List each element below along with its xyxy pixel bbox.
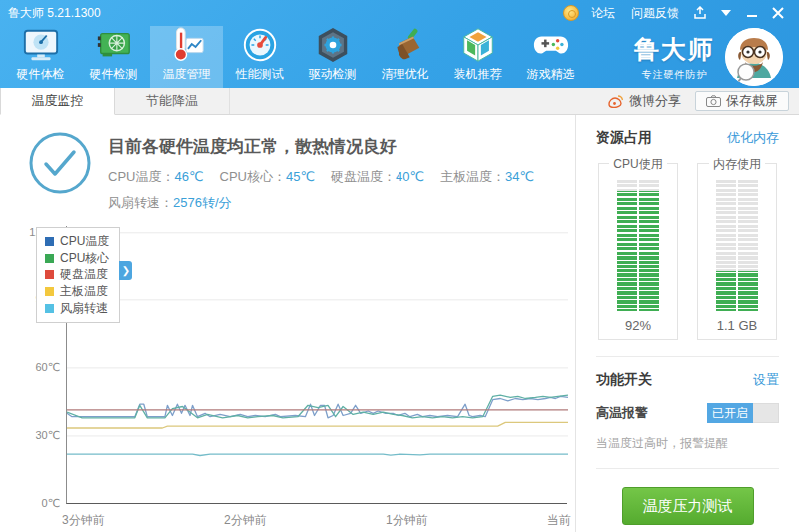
- share-upload-icon[interactable]: [687, 3, 713, 23]
- gauge-label: 内存使用: [698, 156, 776, 173]
- legend-swatch: [45, 237, 54, 246]
- fan-speed-line: 风扇转速：2576转/分: [108, 194, 550, 212]
- legend-label: CPU核心: [60, 250, 109, 266]
- resource-gauge: CPU使用92%: [598, 163, 678, 340]
- gauge-value: 92%: [599, 318, 677, 333]
- toolbar-item-driver[interactable]: 驱动检测: [296, 26, 369, 88]
- monitor-gauge-icon: [22, 26, 60, 64]
- thermometer-chart-icon: [168, 26, 206, 64]
- tab-temperature-monitor[interactable]: 温度监控: [0, 88, 115, 115]
- titlebar: 鲁大师 5.21.1300 论坛 问题反馈: [0, 0, 799, 26]
- resource-gauges: CPU使用92%内存使用1.1 GB: [596, 163, 779, 340]
- weibo-share-link[interactable]: 微博分享: [608, 88, 681, 114]
- alarm-label: 高温报警: [596, 404, 648, 422]
- app-header: 鲁大师 5.21.1300 论坛 问题反馈 硬件体检: [0, 0, 799, 88]
- resource-gauge: 内存使用1.1 GB: [697, 163, 777, 340]
- toolbar-item-label: 游戏精选: [527, 66, 575, 83]
- switches-section-header: 功能开关 设置: [596, 371, 779, 389]
- series-line-CPU核心: [67, 395, 568, 418]
- alarm-toggle-track: [753, 403, 779, 423]
- legend-item[interactable]: 硬盘温度: [45, 266, 109, 283]
- tabbar-spacer: [230, 88, 608, 114]
- sidebar-divider: [596, 356, 779, 357]
- main-panel: 目前各硬件温度均正常，散热情况良好 CPU温度：46℃CPU核心：45℃硬盘温度…: [0, 115, 576, 532]
- legend-collapse-arrow[interactable]: ❯: [119, 261, 132, 280]
- window-title: 鲁大师 5.21.1300: [8, 5, 101, 22]
- toolbar-item-hardware-detect[interactable]: 硬件检测: [77, 26, 150, 88]
- gauge-bars: [716, 180, 758, 311]
- gamepad-icon: [532, 26, 570, 64]
- forum-link[interactable]: 论坛: [591, 5, 615, 22]
- resource-section-header: 资源占用 优化内存: [596, 129, 779, 147]
- x-tick-label: 当前: [547, 512, 571, 529]
- temp-metrics: CPU温度：46℃CPU核心：45℃硬盘温度：40℃主板温度：34℃: [108, 168, 550, 186]
- alarm-toggle-state: 已开启: [707, 403, 753, 423]
- sidebar-divider: [596, 468, 779, 469]
- brand-name: 鲁大师: [634, 33, 715, 66]
- y-tick-label: 30℃: [28, 429, 60, 442]
- gauge-bars: [617, 180, 659, 311]
- x-tick-label: 2分钟前: [224, 512, 267, 529]
- y-tick-label: 0℃: [28, 497, 60, 510]
- caret-down-icon[interactable]: [713, 3, 739, 23]
- cube-icon: [459, 26, 497, 64]
- toolbar-item-hardware-checkup[interactable]: 硬件体检: [4, 26, 77, 88]
- legend-item[interactable]: CPU核心: [45, 250, 109, 266]
- toolbar-item-games[interactable]: 游戏精选: [514, 26, 587, 88]
- alarm-toggle[interactable]: 已开启: [707, 403, 779, 423]
- save-screenshot-button[interactable]: 保存截屏: [695, 91, 789, 111]
- x-tick-label: 3分钟前: [62, 512, 105, 529]
- app-window: 鲁大师 5.21.1300 论坛 问题反馈 硬件体检: [0, 0, 799, 532]
- toolbar-item-performance[interactable]: 性能测试: [223, 26, 296, 88]
- minimize-button[interactable]: [739, 3, 765, 23]
- save-screenshot-label: 保存截屏: [726, 92, 778, 110]
- toolbar-item-label: 温度管理: [163, 66, 211, 83]
- broom-icon: [387, 26, 424, 64]
- optimize-memory-link[interactable]: 优化内存: [727, 129, 779, 147]
- toolbar-item-temperature[interactable]: 温度管理: [150, 26, 223, 88]
- chart-legend: ❯ CPU温度CPU核心硬盘温度主板温度风扇转速: [36, 227, 120, 323]
- toolbar-item-build-recommend[interactable]: 装机推荐: [441, 26, 514, 88]
- x-axis-labels: 3分钟前2分钟前1分钟前当前: [62, 512, 571, 529]
- toolbar-item-label: 驱动检测: [309, 66, 357, 83]
- gauge-label: CPU使用: [599, 156, 677, 173]
- toolbar: 硬件体检 硬件检测 温度管理 性能测试: [0, 26, 799, 88]
- check-circle-icon: [28, 131, 92, 199]
- sidebar: 资源占用 优化内存 CPU使用92%内存使用1.1 GB 功能开关 设置 高温报…: [576, 115, 799, 532]
- temp-metric: 主板温度：34℃: [440, 169, 534, 184]
- close-button[interactable]: [765, 3, 791, 23]
- temp-metric: CPU温度：46℃: [108, 169, 204, 184]
- brand-text: 鲁大师 专注硬件防护: [634, 33, 715, 82]
- legend-swatch: [45, 270, 54, 279]
- chart-plot-area: [66, 226, 567, 504]
- alarm-switch-row: 高温报警 已开启: [596, 403, 779, 423]
- legend-label: 主板温度: [60, 283, 108, 300]
- speedometer-icon: [241, 26, 279, 64]
- series-line-风扇转速: [67, 454, 568, 455]
- gear-hexagon-icon: [314, 26, 352, 64]
- toolbar-item-cleanup[interactable]: 清理优化: [369, 26, 441, 88]
- feedback-link[interactable]: 问题反馈: [631, 5, 679, 22]
- legend-item[interactable]: 风扇转速: [45, 300, 109, 317]
- y-tick-label: 60℃: [28, 361, 60, 374]
- camera-icon: [706, 95, 721, 107]
- tabbar: 温度监控 节能降温 微博分享 保存截屏: [0, 88, 799, 115]
- temp-metric: 硬盘温度：40℃: [331, 169, 424, 184]
- toolbar-item-label: 硬件检测: [90, 66, 138, 83]
- weibo-share-label: 微博分享: [629, 92, 681, 110]
- brand-slogan: 专注硬件防护: [634, 68, 715, 82]
- legend-item[interactable]: 主板温度: [45, 283, 109, 300]
- settings-link[interactable]: 设置: [753, 371, 779, 389]
- status-text: 目前各硬件温度均正常，散热情况良好 CPU温度：46℃CPU核心：45℃硬盘温度…: [108, 131, 550, 212]
- x-tick-label: 1分钟前: [386, 512, 428, 529]
- content: 目前各硬件温度均正常，散热情况良好 CPU温度：46℃CPU核心：45℃硬盘温度…: [0, 115, 799, 532]
- medal-icon[interactable]: [563, 5, 579, 21]
- alarm-description: 当温度过高时，报警提醒: [596, 435, 779, 452]
- tab-energy-cooling[interactable]: 节能降温: [115, 88, 230, 114]
- stress-test-button[interactable]: 温度压力测试: [622, 487, 754, 525]
- legend-item[interactable]: CPU温度: [45, 233, 109, 250]
- series-line-主板温度: [67, 422, 568, 428]
- temp-metric: CPU核心：45℃: [220, 169, 316, 184]
- legend-label: 风扇转速: [60, 300, 108, 317]
- legend-swatch: [45, 287, 54, 296]
